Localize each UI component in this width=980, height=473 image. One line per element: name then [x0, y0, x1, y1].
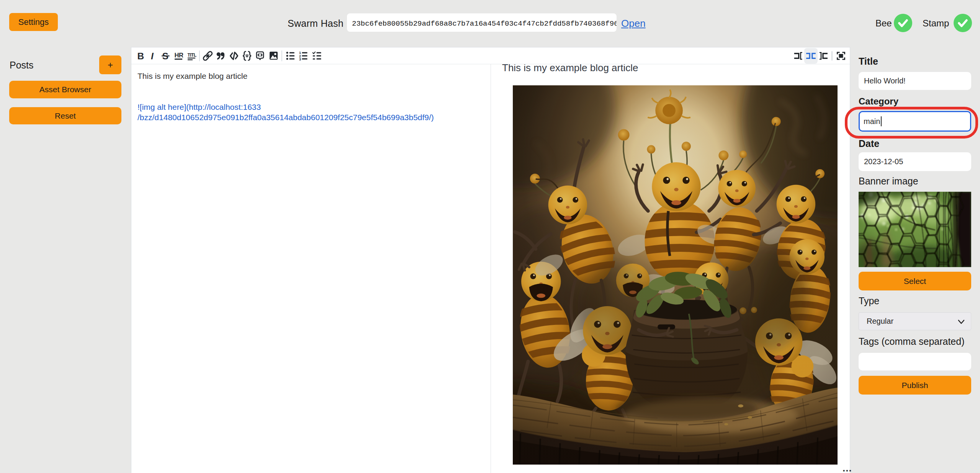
svg-text:B: B	[137, 51, 144, 61]
svg-text:I: I	[151, 51, 154, 61]
svg-text:3: 3	[299, 57, 301, 61]
svg-text:TITL: TITL	[188, 52, 196, 58]
svg-text:HR: HR	[175, 52, 183, 59]
